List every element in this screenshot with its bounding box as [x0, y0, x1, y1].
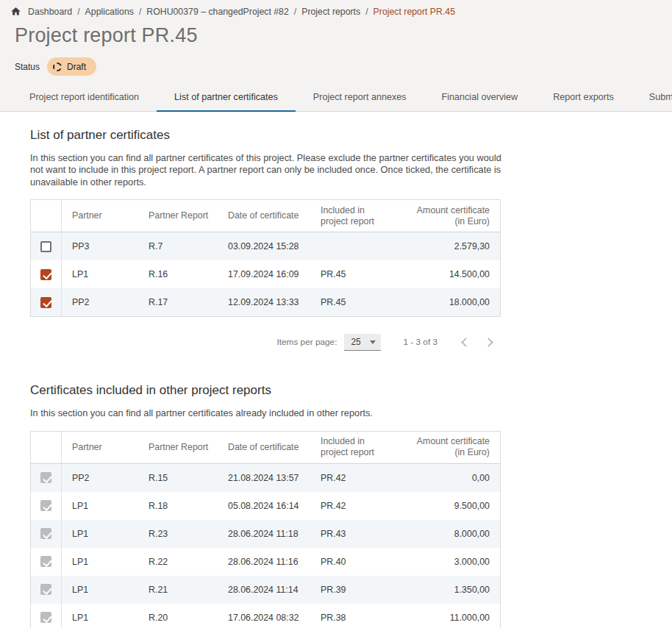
cell-partner: LP1 [62, 492, 138, 520]
table-row: LP1 R.18 05.08.2024 16:14 PR.42 9.500,00 [31, 492, 500, 520]
select-column-header [31, 432, 62, 464]
include-certificate-checkbox-disabled [40, 612, 51, 623]
cell-amount: 11.000,00 [398, 604, 500, 628]
column-header-date-of-certificate: Date of certificate [218, 200, 310, 232]
cell-amount: 14.500,00 [398, 260, 500, 288]
breadcrumb-item-dashboard[interactable]: Dashboard [28, 7, 72, 17]
breadcrumb-separator: / [294, 7, 296, 17]
table-row: LP1 R.22 28.06.2024 11:16 PR.40 3.000,00 [31, 548, 500, 576]
include-certificate-checkbox-disabled [40, 472, 51, 483]
column-header-partner-report: Partner Report [138, 432, 218, 464]
status-row: Status Draft [15, 57, 672, 76]
column-header-partner: Partner [62, 200, 138, 232]
next-page-icon [484, 338, 493, 347]
section-title-partner-certificates: List of partner certificates [30, 128, 672, 143]
table-row: PP3 R.7 03.09.2024 15:28 2.579,30 [31, 232, 500, 260]
cell-included-in-project-report: PR.42 [310, 464, 398, 492]
table-row: PP2 R.15 21.08.2024 13:57 PR.42 0,00 [31, 464, 500, 492]
paginator: Items per page: 25 1 - 3 of 3 [30, 327, 501, 357]
breadcrumb-separator: / [139, 7, 141, 17]
include-certificate-checkbox[interactable] [40, 297, 51, 308]
paginator-range-label: 1 - 3 of 3 [403, 337, 437, 347]
cell-amount: 2.579,30 [398, 232, 500, 260]
cell-partner-report: R.23 [138, 520, 218, 548]
status-badge: Draft [47, 57, 96, 76]
cell-date-of-certificate: 17.06.2024 08:32 [218, 604, 310, 628]
cell-included-in-project-report: PR.43 [310, 520, 398, 548]
cell-date-of-certificate: 28.06.2024 11:18 [218, 520, 310, 548]
tab-list-of-partner-certificates[interactable]: List of partner certificates [157, 87, 296, 111]
caret-down-icon [370, 340, 376, 344]
cell-amount: 1.350,00 [398, 576, 500, 604]
cell-partner: LP1 [62, 576, 138, 604]
cell-date-of-certificate: 28.06.2024 11:16 [218, 548, 310, 576]
include-certificate-checkbox-disabled [40, 500, 51, 511]
cell-partner-report: R.20 [138, 604, 218, 628]
column-header-date-of-certificate: Date of certificate [218, 432, 310, 464]
cell-amount: 8.000,00 [398, 520, 500, 548]
table-header-row: Partner Partner Report Date of certifica… [31, 432, 500, 464]
cell-included-in-project-report: PR.40 [310, 548, 398, 576]
page-title: Project report PR.45 [15, 24, 672, 47]
cell-included-in-project-report: PR.39 [310, 576, 398, 604]
tab-financial-overview[interactable]: Financial overview [424, 87, 536, 111]
include-certificate-checkbox-disabled [40, 584, 51, 595]
column-header-partner-report: Partner Report [138, 200, 218, 232]
cell-included-in-project-report [310, 232, 398, 260]
tab-submit[interactable]: Submit [632, 87, 672, 111]
cell-included-in-project-report: PR.42 [310, 492, 398, 520]
include-certificate-checkbox[interactable] [40, 241, 51, 252]
items-per-page-label: Items per page: [276, 337, 337, 347]
select-column-header [31, 200, 62, 232]
cell-amount: 9.500,00 [398, 492, 500, 520]
tab-project-report-identification[interactable]: Project report identification [12, 87, 157, 111]
include-certificate-checkbox[interactable] [40, 269, 51, 280]
page-header: Dashboard / Applications / ROHU00379 – c… [0, 0, 672, 112]
include-certificate-checkbox-disabled [40, 528, 51, 539]
cell-date-of-certificate: 12.09.2024 13:33 [218, 288, 310, 316]
partner-certificates-table: Partner Partner Report Date of certifica… [30, 199, 501, 317]
section-description-partner-certificates: In this section you can find all partner… [30, 152, 512, 188]
tab-report-exports[interactable]: Report exports [535, 87, 632, 111]
table-row: LP1 R.20 17.06.2024 08:32 PR.38 11.000,0… [31, 604, 500, 628]
cell-partner-report: R.22 [138, 548, 218, 576]
cell-included-in-project-report: PR.45 [310, 288, 398, 316]
cell-partner-report: R.17 [138, 288, 218, 316]
previous-page-icon [461, 338, 471, 347]
cell-partner: LP1 [62, 548, 138, 576]
cell-date-of-certificate: 21.08.2024 13:57 [218, 464, 310, 492]
other-reports-certificates-table: Partner Partner Report Date of certifica… [30, 431, 501, 628]
draft-status-icon [53, 63, 62, 71]
cell-partner: PP2 [62, 288, 138, 316]
section-title-other-reports: Certificates included in other project r… [30, 383, 672, 398]
table-row: LP1 R.21 28.06.2024 11:14 PR.39 1.350,00 [31, 576, 500, 604]
home-icon[interactable] [10, 6, 21, 17]
cell-date-of-certificate: 17.09.2024 16:09 [218, 260, 310, 288]
breadcrumb-item-applications[interactable]: Applications [85, 7, 134, 17]
cell-date-of-certificate: 05.08.2024 16:14 [218, 492, 310, 520]
breadcrumb: Dashboard / Applications / ROHU00379 – c… [0, 0, 672, 17]
column-header-included-in-project-report: Included in project report [310, 432, 398, 464]
cell-partner-report: R.18 [138, 492, 218, 520]
breadcrumb-item-current[interactable]: Project report PR.45 [373, 7, 455, 17]
main-content: List of partner certificates In this sec… [0, 112, 672, 628]
cell-amount: 3.000,00 [398, 548, 500, 576]
items-per-page-select[interactable]: 25 [344, 334, 381, 351]
column-header-amount-certificate: Amount certificate (in Euro) [398, 200, 500, 232]
breadcrumb-item-project-reports[interactable]: Project reports [301, 7, 360, 17]
tab-project-report-annexes[interactable]: Project report annexes [296, 87, 424, 111]
cell-partner: PP3 [62, 232, 138, 260]
items-per-page-value: 25 [351, 337, 360, 347]
table-header-row: Partner Partner Report Date of certifica… [31, 200, 500, 232]
cell-partner-report: R.21 [138, 576, 218, 604]
breadcrumb-item-project[interactable]: ROHU00379 – changedProject #82 [146, 7, 288, 17]
cell-date-of-certificate: 03.09.2024 15:28 [218, 232, 310, 260]
cell-included-in-project-report: PR.45 [310, 260, 398, 288]
cell-partner: LP1 [62, 520, 138, 548]
section-description-other-reports: In this section you can find all partner… [30, 407, 512, 419]
column-header-included-in-project-report: Included in project report [310, 200, 398, 232]
cell-included-in-project-report: PR.38 [310, 604, 398, 628]
breadcrumb-separator: / [365, 7, 368, 17]
table-row: PP2 R.17 12.09.2024 13:33 PR.45 18.000,0… [31, 288, 500, 316]
column-header-amount-certificate: Amount certificate (in Euro) [398, 432, 500, 464]
